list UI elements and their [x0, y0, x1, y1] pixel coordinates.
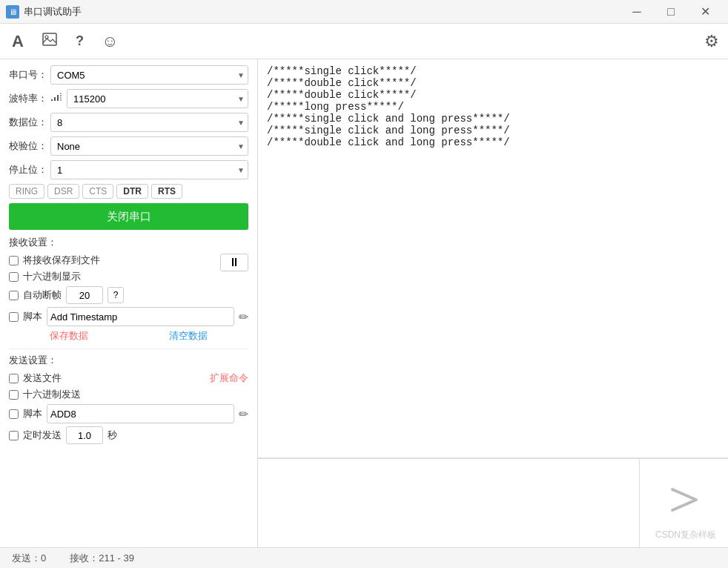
send-script-row: 脚本 ADD8 ✏	[9, 404, 248, 423]
send-file-label: 发送文件	[23, 371, 62, 385]
send-script-checkbox[interactable]	[9, 409, 19, 419]
stopbit-label: 停止位：	[9, 163, 50, 176]
extra-count: 39	[124, 552, 134, 564]
timer-input[interactable]	[66, 426, 103, 444]
settings-icon[interactable]: ⚙	[704, 32, 719, 51]
title-controls: ─ □ ✕	[620, 0, 722, 24]
stopbit-select[interactable]: 1 ▼	[50, 160, 248, 179]
send-script-edit-icon[interactable]: ✏	[239, 407, 248, 421]
receive-settings-title: 接收设置：	[9, 236, 248, 249]
send-script-label: 脚本	[23, 407, 42, 420]
parity-select-input[interactable]: None	[54, 137, 245, 155]
send-textarea[interactable]	[258, 459, 639, 547]
toolbar-left: A ? ☺	[9, 28, 121, 54]
hex-send-row: 十六进制发送	[9, 388, 248, 401]
baud-label: 波特率：	[9, 92, 50, 105]
send-file-row: 发送文件 扩展命令	[9, 371, 248, 385]
save-to-file-checkbox[interactable]	[9, 256, 19, 265]
rts-button[interactable]: RTS	[151, 184, 182, 199]
dtr-button[interactable]: DTR	[116, 184, 148, 199]
close-port-button[interactable]: 关闭串口	[9, 203, 248, 230]
save-to-file-row: 将接收保存到文件	[9, 254, 100, 267]
save-data-button[interactable]: 保存数据	[50, 329, 88, 343]
parity-label: 校验位：	[9, 139, 50, 153]
signal-row: RING DSR CTS DTR RTS	[9, 184, 248, 199]
sec-label: 秒	[107, 429, 117, 442]
receive-count-label: 接收：211 - 39	[70, 552, 134, 565]
app-icon: 🖥	[6, 5, 19, 19]
signal-icon	[50, 90, 64, 107]
databit-label: 数据位：	[9, 116, 50, 129]
script-edit-icon[interactable]: ✏	[239, 310, 248, 324]
close-button[interactable]: ✕	[688, 0, 722, 24]
send-count-label: 发送：0	[12, 552, 46, 565]
script-label: 脚本	[23, 310, 42, 323]
ext-cmd-button[interactable]: 扩展命令	[210, 371, 248, 385]
left-panel: 串口号： COM5 ▼ 波特率： 115200	[0, 59, 258, 547]
minimize-button[interactable]: ─	[620, 0, 654, 24]
receive-area: /*****single click*****/ /*****double cl…	[258, 59, 728, 458]
dsr-button[interactable]: DSR	[47, 184, 79, 199]
databit-row: 数据位： 8 ▼	[9, 113, 248, 132]
hex-display-label: 十六进制显示	[23, 270, 81, 283]
window-title: 串口调试助手	[24, 5, 82, 19]
script-select-input[interactable]: Add Timestamp	[47, 308, 234, 326]
title-bar: 🖥 串口调试助手 ─ □ ✕	[0, 0, 728, 24]
stopbit-select-input[interactable]: 1	[54, 161, 245, 179]
parity-select[interactable]: None ▼	[50, 136, 248, 156]
action-row: 保存数据 清空数据	[9, 329, 248, 343]
autoframe-input[interactable]	[66, 286, 103, 304]
hex-display-row: 十六进制显示	[9, 270, 100, 283]
parity-row: 校验位： None ▼	[9, 136, 248, 156]
hex-send-label: 十六进制发送	[23, 388, 81, 401]
port-select[interactable]: COM5 ▼	[50, 65, 248, 85]
databit-select[interactable]: 8 ▼	[50, 113, 248, 132]
svg-rect-0	[43, 33, 56, 45]
timer-row: 定时发送 秒	[9, 426, 248, 444]
script-row: 脚本 Add Timestamp ✏	[9, 307, 248, 326]
send-file-checkbox[interactable]	[9, 374, 19, 383]
main-container: 串口号： COM5 ▼ 波特率： 115200	[0, 59, 728, 547]
port-label: 串口号：	[9, 68, 50, 82]
send-area-wrap	[258, 458, 728, 547]
baud-row: 波特率： 115200 ▼	[9, 89, 248, 108]
maximize-button[interactable]: □	[654, 0, 688, 24]
receive-label: 接收：	[70, 552, 99, 564]
status-bar: 发送：0 接收：211 - 39	[0, 547, 728, 568]
receive-count: 211	[99, 552, 115, 564]
image-icon[interactable]	[39, 28, 61, 54]
timer-label: 定时发送	[23, 429, 62, 442]
databit-select-input[interactable]: 8	[54, 113, 245, 131]
help-icon[interactable]: ?	[73, 30, 87, 52]
toolbar: A ? ☺ ⚙	[0, 24, 728, 59]
script-select[interactable]: Add Timestamp	[47, 307, 234, 326]
autoframe-help-button[interactable]: ?	[107, 287, 124, 303]
ring-button[interactable]: RING	[9, 184, 44, 199]
port-select-input[interactable]: COM5	[54, 66, 245, 84]
autoframe-label: 自动断帧	[23, 288, 62, 302]
send-count: 0	[41, 552, 46, 564]
baud-select[interactable]: 115200 ▼	[67, 89, 248, 108]
title-left: 🖥 串口调试助手	[6, 5, 82, 19]
emoji-icon[interactable]: ☺	[99, 29, 121, 54]
send-label: 发送：	[12, 552, 41, 564]
send-script-select[interactable]: ADD8	[47, 404, 234, 423]
hex-display-checkbox[interactable]	[9, 272, 19, 282]
cts-button[interactable]: CTS	[82, 184, 113, 199]
timer-checkbox[interactable]	[9, 431, 19, 440]
autoframe-checkbox[interactable]	[9, 291, 19, 300]
stopbit-row: 停止位： 1 ▼	[9, 160, 248, 179]
script-checkbox[interactable]	[9, 312, 19, 322]
font-icon[interactable]: A	[9, 29, 27, 54]
port-row: 串口号： COM5 ▼	[9, 65, 248, 85]
hex-send-checkbox[interactable]	[9, 390, 19, 400]
save-to-file-label: 将接收保存到文件	[23, 254, 100, 267]
send-settings-title: 发送设置：	[9, 354, 248, 367]
send-script-select-input[interactable]: ADD8	[47, 405, 234, 423]
pause-button[interactable]: ⏸	[220, 254, 248, 271]
send-button[interactable]	[639, 459, 728, 547]
autoframe-row: 自动断帧 ?	[9, 286, 248, 304]
clear-data-button[interactable]: 清空数据	[169, 329, 208, 343]
receive-options: 将接收保存到文件 十六进制显示 ⏸	[9, 254, 248, 286]
baud-select-input[interactable]: 115200	[70, 90, 245, 108]
